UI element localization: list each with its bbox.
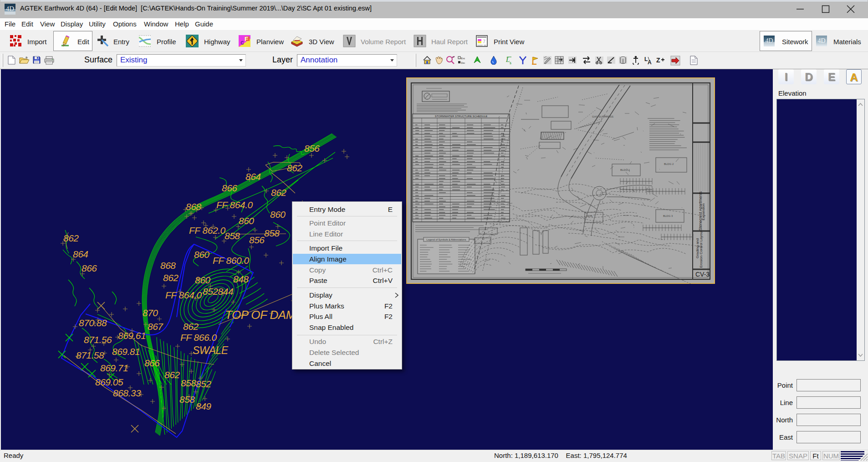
- svg-text:868: 868: [186, 201, 201, 212]
- svg-text:7: 7: [483, 39, 485, 44]
- svg-text:BLDG 3: BLDG 3: [663, 215, 673, 217]
- svg-text:862: 862: [271, 187, 286, 198]
- svg-text:FF 860.0: FF 860.0: [213, 255, 249, 266]
- svg-text:860: 860: [270, 209, 286, 220]
- svg-text:Dec: Dec: [461, 62, 465, 64]
- svg-text:862: 862: [63, 233, 79, 243]
- svg-text:4D: 4D: [6, 5, 15, 12]
- svg-text:POOL: POOL: [587, 215, 593, 217]
- svg-text:858: 858: [264, 228, 280, 238]
- svg-text:869.71: 869.71: [100, 363, 128, 373]
- svg-text:848: 848: [233, 274, 249, 284]
- svg-text:864: 864: [245, 171, 261, 182]
- svg-text:862: 862: [287, 163, 302, 173]
- svg-text:F: F: [245, 36, 248, 42]
- svg-text:Erosion Control Layout: Erosion Control Layout: [699, 231, 703, 268]
- svg-text:862: 862: [163, 272, 179, 283]
- svg-text:SWALE: SWALE: [193, 344, 229, 356]
- svg-text:866: 866: [222, 183, 237, 193]
- svg-text:s: s: [510, 60, 511, 65]
- svg-text:858: 858: [225, 231, 240, 241]
- svg-text:FF 866.0: FF 866.0: [180, 332, 217, 343]
- svg-text:852844: 852844: [203, 286, 233, 297]
- svg-text:870: 870: [143, 308, 158, 318]
- svg-text:A: A: [648, 59, 652, 65]
- svg-text:Legend of Symbols & Abbreviati: Legend of Symbols & Abbreviations: [427, 238, 466, 241]
- svg-text:870.88: 870.88: [79, 318, 107, 328]
- svg-text:871.56: 871.56: [84, 334, 112, 345]
- svg-text:860: 860: [239, 216, 254, 226]
- svg-text:860: 860: [195, 275, 210, 285]
- svg-text:871.58: 871.58: [76, 350, 104, 360]
- svg-text:4D: 4D: [765, 37, 773, 44]
- svg-text:c: c: [240, 39, 244, 46]
- svg-text:STORMWATER STRUCTURE SCHEDULE: STORMWATER STRUCTURE SCHEDULE: [435, 115, 488, 118]
- svg-text:862: 862: [183, 321, 199, 332]
- svg-text:FF 864.0: FF 864.0: [216, 200, 253, 210]
- svg-text:GAS SUPPRESS: GAS SUPPRESS: [592, 115, 613, 118]
- svg-text:867: 867: [148, 321, 163, 332]
- svg-text:866: 866: [82, 263, 97, 273]
- svg-text:856: 856: [304, 143, 320, 154]
- svg-text:868.33: 868.33: [113, 388, 141, 398]
- svg-text:869.61: 869.61: [118, 330, 146, 341]
- svg-text:Z: Z: [656, 56, 660, 64]
- svg-text:Expansion: Expansion: [701, 203, 705, 220]
- svg-text:FF 862.0: FF 862.0: [189, 225, 225, 236]
- svg-text:CV-3: CV-3: [695, 271, 710, 278]
- svg-text:BLDG 2: BLDG 2: [664, 163, 674, 165]
- svg-text:869.81: 869.81: [112, 346, 140, 357]
- svg-text:4D: 4D: [817, 37, 825, 44]
- svg-text:858: 858: [181, 378, 196, 388]
- svg-text:852: 852: [196, 379, 211, 389]
- svg-text:868: 868: [160, 260, 176, 271]
- svg-text:FF 864.0: FF 864.0: [165, 290, 202, 300]
- svg-text:862: 862: [164, 370, 180, 380]
- svg-text:849: 849: [196, 401, 211, 411]
- svg-text:869.05: 869.05: [95, 377, 123, 387]
- svg-text:856: 856: [249, 235, 265, 245]
- svg-text:860: 860: [194, 249, 209, 260]
- svg-text:864: 864: [73, 249, 88, 259]
- svg-text:858: 858: [179, 394, 195, 405]
- svg-text:866: 866: [144, 358, 160, 368]
- svg-text:Exc: Exc: [461, 57, 465, 60]
